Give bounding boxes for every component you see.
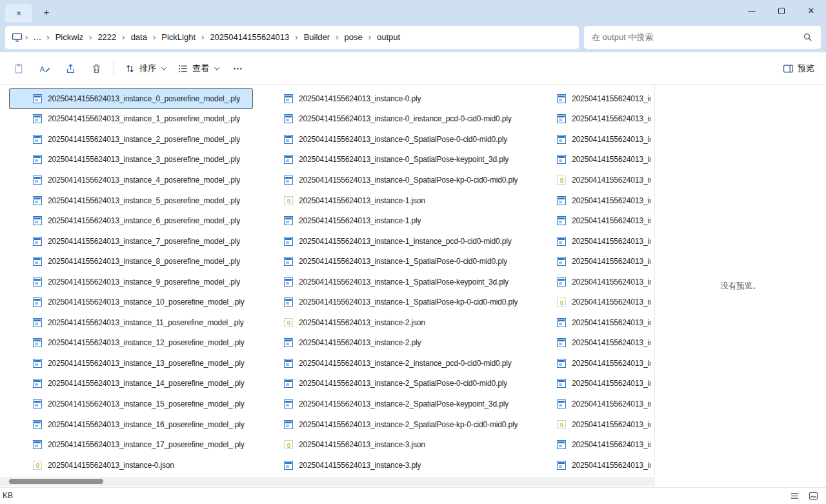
- file-item[interactable]: 20250414155624013_instance_2_poserefine_…: [9, 129, 253, 150]
- file-item[interactable]: 20250414155624013_instance-3.ply: [260, 455, 533, 476]
- breadcrumb-overflow[interactable]: …: [29, 30, 45, 45]
- file-item[interactable]: 20250414155624013_instance_12_poserefine…: [9, 333, 253, 354]
- file-item[interactable]: 20250414155624013_instance-0_SpatialPose…: [260, 129, 533, 150]
- file-item[interactable]: 20250414155624013_instance-1.json: [260, 190, 533, 211]
- file-name: 20250414155624013_in: [572, 114, 650, 123]
- breadcrumb-chevron-icon[interactable]: ›: [367, 32, 372, 42]
- file-item[interactable]: 20250414155624013_in: [533, 333, 655, 354]
- delete-button[interactable]: [84, 57, 108, 79]
- breadcrumb-item[interactable]: 20250414155624013: [205, 30, 294, 45]
- file-item[interactable]: 20250414155624013_in: [533, 292, 655, 312]
- breadcrumb-chevron-icon[interactable]: ›: [45, 32, 50, 42]
- file-item[interactable]: 20250414155624013_in: [533, 272, 655, 292]
- file-item[interactable]: 20250414155624013_instance-2_SpatialPose…: [260, 414, 533, 435]
- file-item[interactable]: 20250414155624013_in: [533, 353, 655, 374]
- file-item[interactable]: 20250414155624013_in: [533, 374, 655, 394]
- file-item[interactable]: 20250414155624013_instance_8_poserefine_…: [9, 251, 253, 272]
- breadcrumb-chevron-icon[interactable]: ›: [88, 32, 93, 42]
- view-button[interactable]: 查看: [172, 57, 224, 79]
- file-item[interactable]: 20250414155624013_in: [533, 109, 655, 130]
- breadcrumb-chevron-icon[interactable]: ›: [24, 32, 29, 42]
- more-options-button[interactable]: [225, 57, 250, 79]
- file-item[interactable]: 20250414155624013_instance-2.json: [260, 312, 533, 333]
- details-view-icon[interactable]: [790, 491, 800, 501]
- horizontal-scrollbar[interactable]: [0, 477, 654, 486]
- share-button[interactable]: [58, 57, 83, 79]
- file-item[interactable]: 20250414155624013_instance_6_poserefine_…: [9, 210, 253, 231]
- file-item[interactable]: 20250414155624013_instance_3_poserefine_…: [9, 150, 253, 170]
- tab-close-icon[interactable]: ×: [14, 8, 24, 19]
- search-box[interactable]: [584, 26, 821, 49]
- file-item[interactable]: 20250414155624013_instance_13_poserefine…: [9, 353, 253, 374]
- breadcrumb-item[interactable]: PickLight: [157, 30, 200, 45]
- file-item[interactable]: 20250414155624013_in: [533, 414, 655, 435]
- thumbnail-view-icon[interactable]: [809, 491, 818, 501]
- breadcrumb-item[interactable]: Builder: [299, 30, 334, 45]
- file-item[interactable]: 20250414155624013_instance-3.json: [260, 434, 533, 455]
- explorer-tab[interactable]: ×: [5, 4, 32, 22]
- breadcrumb-chevron-icon[interactable]: ›: [334, 32, 339, 42]
- file-item[interactable]: 20250414155624013_instance-2_instance_pc…: [260, 353, 533, 374]
- file-name: 20250414155624013_instance_15_poserefine…: [48, 399, 245, 408]
- maximize-button[interactable]: [767, 0, 796, 22]
- file-item[interactable]: 20250414155624013_instance_7_poserefine_…: [9, 231, 253, 252]
- file-item[interactable]: 20250414155624013_instance-1_SpatialPose…: [260, 292, 533, 312]
- file-item[interactable]: 20250414155624013_in: [533, 312, 655, 333]
- file-item[interactable]: 20250414155624013_instance_11_poserefine…: [9, 312, 253, 333]
- file-item[interactable]: 20250414155624013_in: [533, 129, 655, 150]
- preview-toggle-button[interactable]: 预览: [778, 57, 820, 79]
- file-item[interactable]: 20250414155624013_instance-0.json: [9, 455, 253, 476]
- file-item[interactable]: 20250414155624013_instance_9_poserefine_…: [9, 272, 253, 292]
- sort-button[interactable]: 排序: [119, 57, 171, 79]
- file-item[interactable]: 20250414155624013_in: [533, 251, 655, 272]
- file-item[interactable]: 20250414155624013_in: [533, 88, 655, 109]
- breadcrumb-item[interactable]: 2222: [93, 30, 121, 45]
- file-item[interactable]: 20250414155624013_in: [533, 231, 655, 252]
- breadcrumb-item[interactable]: data: [126, 30, 152, 45]
- breadcrumb-chevron-icon[interactable]: ›: [121, 32, 126, 42]
- file-item[interactable]: 20250414155624013_instance-0.ply: [260, 88, 533, 109]
- file-item[interactable]: 20250414155624013_instance_16_poserefine…: [9, 414, 253, 435]
- horizontal-scrollbar-thumb[interactable]: [9, 479, 103, 484]
- rename-button[interactable]: A: [32, 57, 57, 79]
- file-item[interactable]: 20250414155624013_in: [533, 394, 655, 414]
- breadcrumb-item[interactable]: pose: [339, 30, 367, 45]
- breadcrumb-chevron-icon[interactable]: ›: [200, 32, 205, 42]
- file-item[interactable]: 20250414155624013_instance_15_poserefine…: [9, 394, 253, 414]
- new-tab-button[interactable]: +: [40, 5, 53, 18]
- breadcrumb-chevron-icon[interactable]: ›: [294, 32, 299, 42]
- file-item[interactable]: 20250414155624013_instance-1_SpatialPose…: [260, 251, 533, 272]
- file-item[interactable]: 20250414155624013_instance_14_poserefine…: [9, 374, 253, 394]
- file-item[interactable]: 20250414155624013_instance-2_SpatialPose…: [260, 374, 533, 394]
- file-item[interactable]: 20250414155624013_instance_10_poserefine…: [9, 292, 253, 312]
- breadcrumb-chevron-icon[interactable]: ›: [152, 32, 157, 42]
- file-item[interactable]: 20250414155624013_instance-2.ply: [260, 333, 533, 354]
- search-input[interactable]: [592, 32, 803, 42]
- file-item[interactable]: 20250414155624013_in: [533, 190, 655, 211]
- file-column: 20250414155624013_in20250414155624013_in…: [533, 88, 655, 477]
- close-button[interactable]: ×: [796, 0, 826, 22]
- file-item[interactable]: 20250414155624013_instance_4_poserefine_…: [9, 170, 253, 190]
- file-item[interactable]: 20250414155624013_instance_17_poserefine…: [9, 434, 253, 455]
- file-item[interactable]: 20250414155624013_instance-0_instance_pc…: [260, 109, 533, 130]
- file-item[interactable]: 20250414155624013_instance_5_poserefine_…: [9, 190, 253, 211]
- file-item[interactable]: 20250414155624013_instance-2_SpatialPose…: [260, 394, 533, 414]
- file-item[interactable]: 20250414155624013_in: [533, 150, 655, 170]
- paste-button[interactable]: [6, 57, 31, 79]
- breadcrumb-item[interactable]: output: [372, 30, 405, 45]
- minimize-button[interactable]: —: [737, 0, 767, 22]
- file-item[interactable]: 20250414155624013_instance-0_SpatialPose…: [260, 170, 533, 190]
- breadcrumb-item[interactable]: Pickwiz: [51, 30, 88, 45]
- file-item[interactable]: 20250414155624013_instance_0_poserefine_…: [9, 88, 253, 109]
- file-item[interactable]: 20250414155624013_in: [533, 210, 655, 231]
- file-item[interactable]: 20250414155624013_instance-0_SpatialPose…: [260, 150, 533, 170]
- search-icon[interactable]: [803, 32, 813, 43]
- file-item[interactable]: 20250414155624013_instance-1.ply: [260, 210, 533, 231]
- file-item[interactable]: 20250414155624013_instance-1_instance_pc…: [260, 231, 533, 252]
- file-item[interactable]: 20250414155624013_instance_1_poserefine_…: [9, 109, 253, 130]
- file-item[interactable]: 20250414155624013_in: [533, 434, 655, 455]
- file-item[interactable]: 20250414155624013_in: [533, 455, 655, 476]
- file-item[interactable]: 20250414155624013_instance-1_SpatialPose…: [260, 272, 533, 292]
- file-item[interactable]: 20250414155624013_in: [533, 170, 655, 190]
- monitor-icon[interactable]: [12, 32, 23, 43]
